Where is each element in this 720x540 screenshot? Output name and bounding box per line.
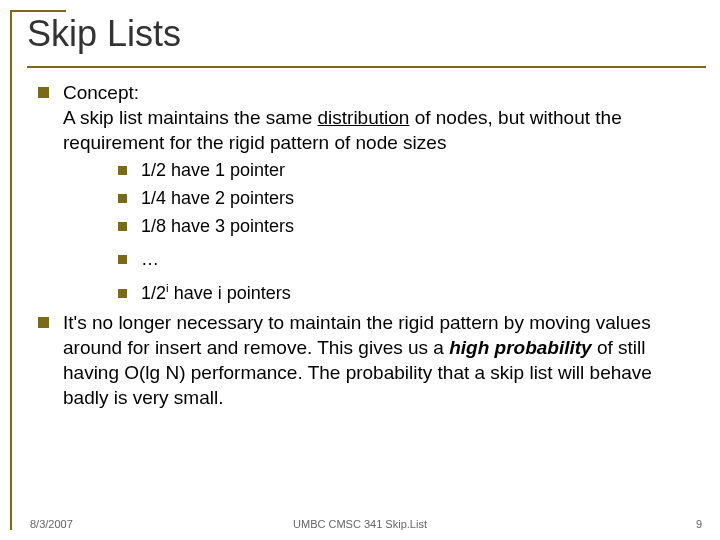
sub-bullet: … xyxy=(118,248,698,272)
sub-bullet: 1/2 have 1 pointer xyxy=(118,159,698,183)
sub-bullet: 1/8 have 3 pointers xyxy=(118,215,698,239)
rule-bottom xyxy=(27,66,706,68)
concept-desc-pre: A skip list maintains the same xyxy=(63,107,318,128)
footer-center: UMBC CMSC 341 Skip.List xyxy=(0,518,720,530)
square-bullet-icon xyxy=(118,194,127,203)
square-bullet-icon xyxy=(118,255,127,264)
square-bullet-icon xyxy=(118,289,127,298)
square-bullet-icon xyxy=(38,87,49,98)
sub-bullet-text: 1/2 have 1 pointer xyxy=(141,159,698,183)
sub-bullet-list: 1/2 have 1 pointer 1/4 have 2 pointers 1… xyxy=(118,159,698,306)
bullet-concept: Concept: A skip list maintains the same … xyxy=(38,80,698,155)
sub-bullet-text: 1/8 have 3 pointers xyxy=(141,215,698,239)
bullet-text: Concept: A skip list maintains the same … xyxy=(63,80,698,155)
sub-bullet: 1/2i have i pointers xyxy=(118,282,698,306)
square-bullet-icon xyxy=(38,317,49,328)
rule-left xyxy=(10,10,12,530)
sub-bullet-text: 1/2i have i pointers xyxy=(141,282,698,306)
bullet-no-longer: It's no longer necessary to maintain the… xyxy=(38,310,698,410)
sub-bullet-text: … xyxy=(141,248,698,272)
sub-bullet-text: 1/4 have 2 pointers xyxy=(141,187,698,211)
footer-page-number: 9 xyxy=(696,518,702,530)
bullet-text: It's no longer necessary to maintain the… xyxy=(63,310,698,410)
frac-post: have i pointers xyxy=(169,283,291,303)
concept-desc-underline: distribution xyxy=(318,107,410,128)
square-bullet-icon xyxy=(118,222,127,231)
square-bullet-icon xyxy=(118,166,127,175)
slide-title: Skip Lists xyxy=(27,14,181,54)
frac-pre: 1/2 xyxy=(141,283,166,303)
sub-bullet: 1/4 have 2 pointers xyxy=(118,187,698,211)
slide: Skip Lists Concept: A skip list maintain… xyxy=(0,0,720,540)
slide-body: Concept: A skip list maintains the same … xyxy=(38,80,698,410)
rule-top xyxy=(10,10,66,12)
concept-label: Concept: xyxy=(63,82,139,103)
para-emph: high probability xyxy=(449,337,592,358)
